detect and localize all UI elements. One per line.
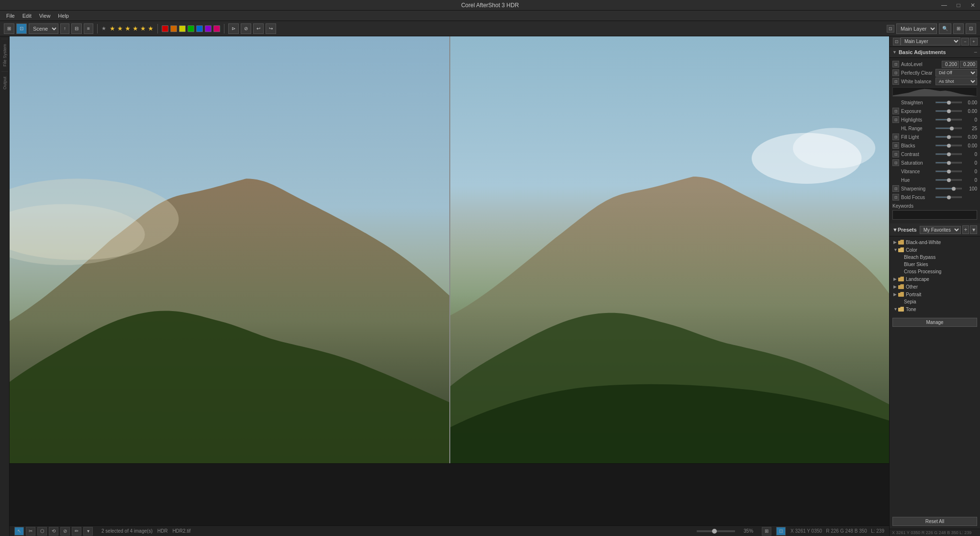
preset-tone[interactable]: ▼ Tone — [890, 305, 980, 313]
sharpening-slider[interactable] — [935, 185, 962, 192]
preset-select[interactable]: Scene — [29, 23, 58, 34]
keywords-input[interactable] — [892, 210, 977, 220]
hue-slider[interactable] — [935, 177, 962, 183]
straighten-slider[interactable] — [935, 99, 962, 106]
presets-dropdown[interactable]: My Favorites — [920, 226, 961, 234]
presets-add-btn[interactable]: + — [962, 225, 969, 234]
presets-menu-btn[interactable]: ▾ — [970, 225, 977, 234]
action-btn-1[interactable]: ⊳ — [228, 23, 239, 34]
tool-rotate[interactable]: ⟲ — [49, 527, 58, 536]
autolevel-icon[interactable]: ⊡ — [892, 61, 899, 67]
grid-btn[interactable]: ≡ — [84, 23, 93, 34]
layer-select[interactable]: Main Layer — [896, 23, 937, 34]
star-2[interactable]: ★ — [117, 25, 123, 32]
color-purple[interactable] — [205, 25, 212, 32]
color-blue[interactable] — [196, 25, 203, 32]
view-btn-1[interactable]: ⊞ — [953, 23, 964, 34]
star-5[interactable]: ★ — [140, 25, 146, 32]
color-red[interactable] — [162, 25, 168, 32]
zoom-slider[interactable] — [697, 530, 735, 532]
bold-focus-slider[interactable] — [935, 194, 962, 201]
undo-btn[interactable]: ↩ — [253, 23, 264, 34]
blacks-icon[interactable]: ⊡ — [892, 142, 899, 149]
action-btn-2[interactable]: ⊘ — [241, 23, 251, 34]
color-pink[interactable] — [213, 25, 220, 32]
highlights-slider[interactable] — [935, 116, 962, 123]
tool-remove[interactable]: ⊘ — [60, 527, 70, 536]
layer-dropdown[interactable]: Main Layer — [901, 37, 960, 45]
presets-arrow: ▼ — [892, 227, 898, 233]
perfectly-clear-select[interactable]: Did Off — [935, 69, 977, 77]
fill-light-slider[interactable] — [935, 134, 962, 140]
star-6[interactable]: ★ — [148, 25, 154, 32]
exposure-slider[interactable] — [935, 108, 962, 114]
exposure-icon[interactable]: ⊡ — [892, 108, 899, 114]
color-green[interactable] — [188, 25, 194, 32]
vibrance-slider[interactable] — [935, 168, 962, 175]
preset-cross-processing[interactable]: Cross Processing — [890, 268, 980, 275]
tool-pointer[interactable]: ↖ — [14, 527, 24, 536]
menu-view[interactable]: View — [35, 12, 55, 20]
tool-pen[interactable]: ✏ — [72, 527, 81, 536]
blacks-slider[interactable] — [935, 142, 962, 149]
highlights-icon[interactable]: ⊡ — [892, 116, 899, 123]
maximize-button[interactable]: □ — [951, 0, 966, 11]
hl-range-slider[interactable] — [935, 125, 962, 132]
autolevel-val2[interactable] — [960, 61, 977, 68]
filter-btn[interactable]: ⊟ — [71, 23, 82, 34]
preset-color[interactable]: ▼ Color — [890, 246, 980, 254]
sort-asc[interactable]: ↑ — [60, 23, 69, 34]
preset-portrait[interactable]: ▶ Portrait — [890, 290, 980, 298]
tool-more[interactable]: ▾ — [83, 527, 93, 536]
basic-adj-header[interactable]: ▼ Basic Adjustments − — [890, 47, 980, 58]
white-balance-label: White balance — [901, 79, 935, 84]
menu-help[interactable]: Help — [54, 12, 73, 20]
menu-edit[interactable]: Edit — [19, 12, 35, 20]
white-balance-select[interactable]: As Shot — [935, 78, 977, 85]
white-balance-icon[interactable]: ⊡ — [892, 78, 899, 85]
lum-value: L: 239 — [871, 528, 884, 534]
preset-sepia[interactable]: Sepia — [890, 298, 980, 305]
perfectly-clear-icon[interactable]: ⊡ — [892, 69, 899, 76]
autolevel-val1[interactable] — [942, 61, 959, 68]
tool-select[interactable]: ⊞ — [4, 23, 14, 34]
preset-other[interactable]: ▶ Other — [890, 283, 980, 290]
star-4[interactable]: ★ — [133, 25, 138, 32]
saturation-icon[interactable]: ⊡ — [892, 159, 899, 166]
compare-divider[interactable] — [449, 36, 450, 463]
close-button[interactable]: ✕ — [966, 0, 980, 11]
file-system-tab[interactable]: File System — [1, 39, 8, 71]
manage-button[interactable]: Manage — [892, 318, 977, 327]
view-btn-2[interactable]: ⊡ — [966, 23, 976, 34]
star-1[interactable]: ★ — [110, 25, 115, 32]
minimize-button[interactable]: — — [937, 0, 951, 11]
menu-file[interactable]: File — [2, 12, 19, 20]
tool-crop[interactable]: ✂ — [26, 527, 35, 536]
preset-bleach-bypass[interactable]: Bleach Bypass — [890, 254, 980, 261]
preset-black-and-white[interactable]: ▶ Black-and-White — [890, 238, 980, 246]
star-3[interactable]: ★ — [125, 25, 131, 32]
preset-landscape[interactable]: ▶ Landscape — [890, 275, 980, 283]
output-tab[interactable]: Output — [1, 71, 8, 94]
bold-focus-icon[interactable]: ⊡ — [892, 194, 899, 201]
color-orange[interactable] — [170, 25, 177, 32]
sharpening-icon[interactable]: ⊡ — [892, 185, 899, 192]
fill-light-icon[interactable]: ⊡ — [892, 134, 899, 140]
contrast-icon[interactable]: ⊡ — [892, 151, 899, 157]
view-single[interactable]: ⊞ — [762, 527, 771, 536]
preset-bluer-skies[interactable]: Bluer Skies — [890, 261, 980, 268]
tool-hex[interactable]: ⬡ — [37, 527, 47, 536]
reset-all-button[interactable]: Reset All — [892, 517, 977, 526]
right-coords: X 3261 Y 0350 — [892, 530, 920, 535]
basic-adj-collapse[interactable]: − — [974, 49, 977, 56]
view-compare[interactable]: ⊡ — [776, 527, 786, 536]
color-yellow[interactable] — [179, 25, 186, 32]
search-btn[interactable]: 🔍 — [939, 23, 951, 34]
highlights-label: Highlights — [901, 117, 935, 123]
layer-delete[interactable]: − — [961, 38, 969, 45]
redo-btn[interactable]: ↪ — [266, 23, 276, 34]
layer-add[interactable]: + — [970, 38, 978, 45]
contrast-slider[interactable] — [935, 151, 962, 157]
saturation-slider[interactable] — [935, 159, 962, 166]
tool-browse[interactable]: ⊡ — [16, 23, 27, 34]
